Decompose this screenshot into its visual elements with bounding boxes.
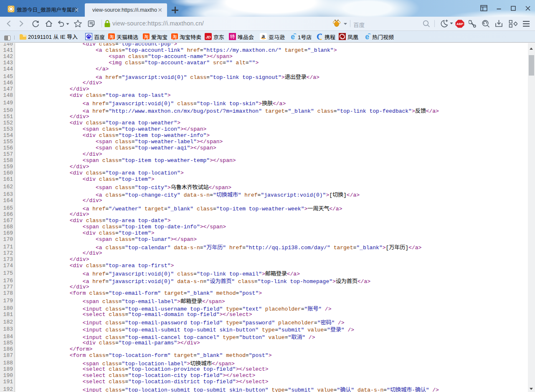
svg-text:特: 特: [230, 33, 235, 40]
svg-text:JD: JD: [205, 35, 210, 39]
svg-text:淘: 淘: [109, 33, 114, 40]
svg-text:淘: 淘: [172, 33, 177, 40]
svg-text:淘: 淘: [144, 33, 149, 40]
svg-text:ABP: ABP: [456, 22, 463, 26]
